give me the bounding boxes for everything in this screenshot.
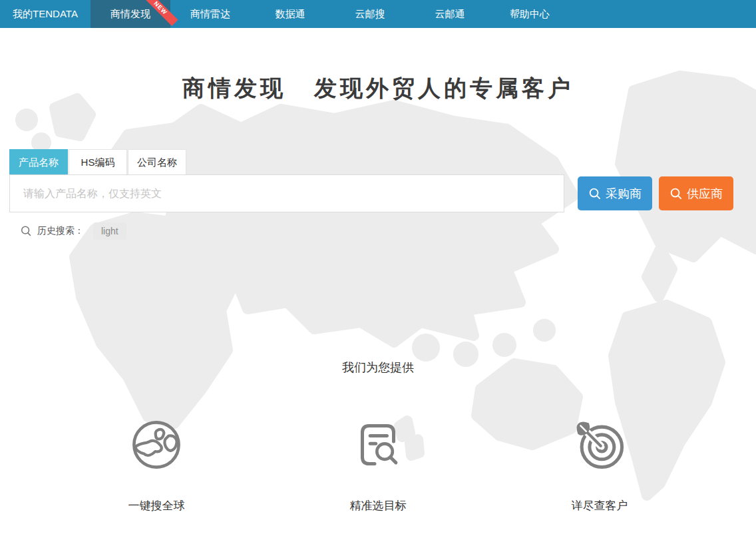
search-icon bbox=[588, 187, 601, 200]
tab-company-name[interactable]: 公司名称 bbox=[128, 149, 186, 174]
nav-item-label: 数据通 bbox=[276, 8, 305, 19]
top-navigation: 我的TENDATA 商情发现 NEW 商情雷达 数据通 云邮搜 云邮通 帮助中心 bbox=[0, 0, 756, 28]
feature-label: 一键搜全球 bbox=[60, 498, 253, 513]
nav-item-trade-radar[interactable]: 商情雷达 bbox=[170, 0, 250, 28]
feature-global-search: 一键搜全球 bbox=[60, 417, 253, 513]
tab-label: 产品名称 bbox=[19, 156, 59, 168]
search-panel: 产品名称 HS编码 公司名称 采购商 bbox=[0, 149, 756, 240]
nav-item-label: 帮助中心 bbox=[510, 8, 550, 19]
tab-label: HS编码 bbox=[81, 156, 115, 168]
search-history: 历史搜索： light bbox=[20, 222, 733, 240]
search-row: 采购商 供应商 bbox=[9, 174, 733, 212]
nav-item-label: 商情发现 bbox=[110, 8, 150, 19]
buyer-button-label: 采购商 bbox=[606, 186, 642, 202]
supplier-search-button[interactable]: 供应商 bbox=[659, 176, 733, 210]
feature-label: 精准选目标 bbox=[282, 498, 474, 513]
nav-item-help-center[interactable]: 帮助中心 bbox=[490, 0, 570, 28]
feature-label: 详尽查客户 bbox=[503, 498, 696, 513]
page-title: 商情发现发现外贸人的专属客户 bbox=[0, 73, 756, 104]
page-title-left: 商情发现 bbox=[182, 75, 286, 101]
document-search-icon bbox=[350, 417, 406, 473]
feature-customer-detail: 详尽查客户 bbox=[503, 417, 696, 513]
section-title: 我们为您提供 bbox=[0, 360, 756, 376]
nav-item-trade-discovery[interactable]: 商情发现 NEW bbox=[91, 0, 170, 28]
history-search-icon bbox=[20, 225, 32, 237]
history-label: 历史搜索： bbox=[37, 225, 84, 237]
nav-item-my-tendata[interactable]: 我的TENDATA bbox=[0, 0, 91, 28]
nav-item-label: 我的TENDATA bbox=[13, 8, 78, 19]
globe-icon bbox=[128, 417, 184, 473]
page-title-right: 发现外贸人的专属客户 bbox=[314, 75, 574, 101]
search-tabs: 产品名称 HS编码 公司名称 bbox=[9, 149, 733, 174]
feature-list: 一键搜全球 精准选目标 bbox=[60, 417, 696, 513]
tab-hs-code[interactable]: HS编码 bbox=[69, 149, 127, 174]
nav-item-data-link[interactable]: 数据通 bbox=[250, 0, 330, 28]
supplier-button-label: 供应商 bbox=[687, 186, 723, 202]
nav-item-label: 云邮通 bbox=[435, 8, 465, 19]
nav-item-cloud-mail-search[interactable]: 云邮搜 bbox=[330, 0, 410, 28]
tab-product-name[interactable]: 产品名称 bbox=[9, 149, 68, 174]
target-dart-icon bbox=[572, 417, 628, 473]
search-input[interactable] bbox=[9, 174, 564, 212]
history-tag[interactable]: light bbox=[93, 222, 126, 240]
nav-item-cloud-mail[interactable]: 云邮通 bbox=[410, 0, 490, 28]
nav-item-label: 云邮搜 bbox=[355, 8, 385, 19]
buyer-search-button[interactable]: 采购商 bbox=[578, 176, 652, 210]
nav-item-label: 商情雷达 bbox=[190, 8, 230, 19]
tab-label: 公司名称 bbox=[137, 156, 177, 168]
search-icon bbox=[669, 187, 682, 200]
feature-precise-targeting: 精准选目标 bbox=[282, 417, 474, 513]
